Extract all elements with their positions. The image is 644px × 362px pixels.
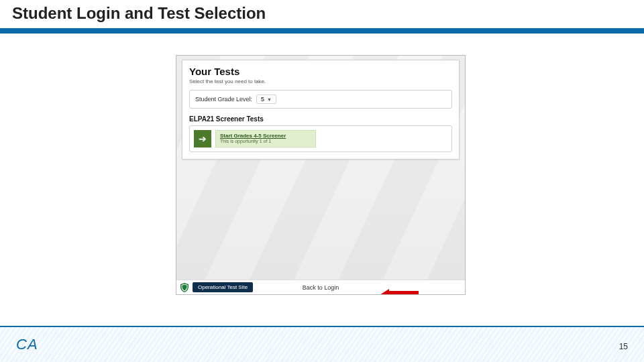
slide-title: Student Login and Test Selection (12, 4, 632, 23)
slide-footer: CA 15 (0, 326, 644, 362)
card-title: Your Tests (189, 66, 452, 77)
logo: CA (16, 336, 38, 353)
start-test-button[interactable]: ➔ (194, 130, 211, 147)
test-info[interactable]: Start Grades 4-5 Screener This is opport… (215, 130, 316, 147)
page-number: 15 (619, 342, 628, 351)
arrow-right-icon: ➔ (199, 133, 207, 144)
chevron-down-icon: ▼ (267, 97, 272, 102)
test-link[interactable]: Start Grades 4-5 Screener (220, 133, 311, 139)
app-window: Your Tests Select the test you need to t… (176, 55, 466, 295)
your-tests-card: Your Tests Select the test you need to t… (182, 60, 460, 160)
app-footer-bar: Operational Test Site Back to Login (176, 280, 465, 294)
slide-title-bar: Student Login and Test Selection (0, 0, 644, 28)
back-to-login-button[interactable]: Back to Login (303, 284, 339, 291)
shield-icon (180, 283, 189, 292)
grade-level-value: 5 (261, 96, 264, 103)
site-label-pill: Operational Test Site (193, 282, 253, 292)
card-subtitle: Select the test you need to take. (189, 78, 452, 84)
grade-level-label: Student Grade Level: (195, 96, 252, 103)
grade-level-select[interactable]: 5 ▼ (256, 95, 276, 104)
test-opportunity-text: This is opportunity 1 of 1 (220, 139, 311, 143)
test-row: ➔ Start Grades 4-5 Screener This is oppo… (194, 130, 447, 147)
grade-level-row: Student Grade Level: 5 ▼ (189, 90, 452, 109)
tests-box: ➔ Start Grades 4-5 Screener This is oppo… (189, 125, 452, 152)
content-area: Your Tests Select the test you need to t… (0, 34, 644, 322)
arrow-left-icon (380, 289, 389, 295)
tests-section-title: ELPA21 Screener Tests (189, 115, 452, 123)
annotation-arrow-back (380, 289, 419, 295)
